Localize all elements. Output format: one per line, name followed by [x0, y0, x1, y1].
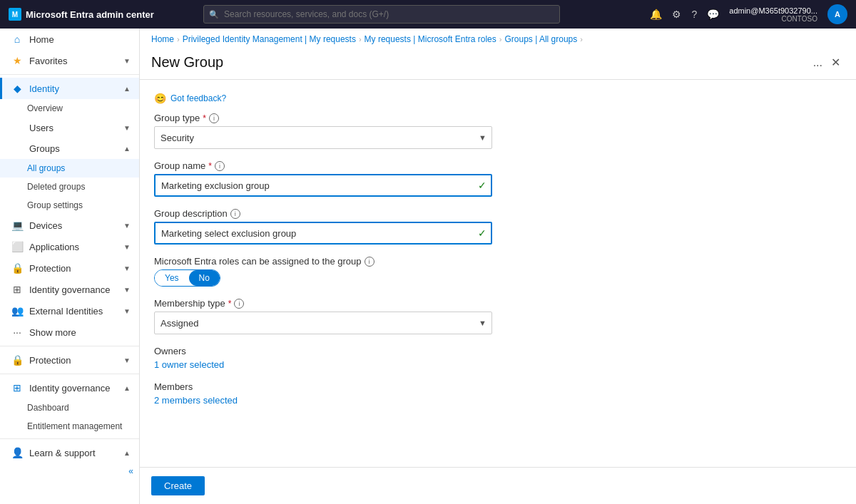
panel-menu-button[interactable]: ...	[809, 55, 827, 71]
identity-governance2-icon: ⊞	[11, 382, 24, 394]
group-description-label: Group description i	[154, 208, 842, 219]
feedback-bar[interactable]: 😊 Got feedback?	[154, 88, 842, 113]
sidebar-item-identity-governance[interactable]: ⊞ Identity governance ▼	[0, 279, 139, 300]
group-name-required: *	[208, 161, 212, 171]
favorites-chevron: ▼	[123, 57, 131, 65]
favorites-icon: ★	[11, 55, 24, 66]
identity-icon: ◆	[11, 83, 24, 94]
devices-icon: 💻	[11, 220, 24, 231]
membership-type-group: Membership type * i Assigned Dynamic Use…	[154, 298, 842, 334]
protection-icon: 🔒	[11, 262, 24, 274]
toggle-yes-button[interactable]: Yes	[155, 270, 189, 286]
sidebar-item-applications[interactable]: ⬜ Applications ▼	[0, 236, 139, 257]
group-name-input[interactable]	[154, 174, 492, 197]
membership-type-info-icon[interactable]: i	[234, 299, 244, 309]
sidebar-subitem-all-groups[interactable]: All groups	[0, 159, 139, 178]
toggle-no-button[interactable]: No	[189, 270, 220, 286]
main-layout: ⌂ Home ★ Favorites ▼ ◆ Identity ▲ Overvi…	[0, 29, 856, 504]
divider-4	[0, 438, 139, 439]
sidebar-item-groups[interactable]: Groups ▲	[0, 138, 139, 159]
sidebar-item-devices[interactable]: 💻 Devices ▼	[0, 215, 139, 236]
members-link[interactable]: 2 members selected	[154, 395, 238, 406]
group-name-label-text: Group name	[154, 160, 205, 171]
sidebar-subitem-entitlement[interactable]: Entitlement management	[0, 417, 139, 436]
panel-close-button[interactable]: ✕	[827, 54, 845, 71]
group-type-info-icon[interactable]: i	[209, 113, 219, 123]
breadcrumb-groups[interactable]: Groups | All groups	[504, 34, 577, 44]
members-group: Members 2 members selected	[154, 381, 842, 406]
sidebar-item-protection[interactable]: 🔒 Protection ▼	[0, 257, 139, 279]
brand: M Microsoft Entra admin center	[9, 8, 154, 21]
membership-type-select[interactable]: Assigned Dynamic User Dynamic Device	[154, 312, 492, 334]
deleted-groups-label: Deleted groups	[27, 182, 85, 192]
sidebar-item-identity[interactable]: ◆ Identity ▲	[0, 78, 139, 99]
search-bar[interactable]: 🔍	[203, 5, 560, 24]
overview-label: Overview	[27, 103, 63, 113]
entra-roles-toggle[interactable]: Yes No	[154, 269, 220, 287]
protection2-icon: 🔒	[11, 354, 24, 366]
sidebar-favorites-label: Favorites	[29, 56, 67, 66]
user-avatar[interactable]: A	[827, 4, 847, 24]
create-button[interactable]: Create	[151, 476, 205, 495]
owners-link[interactable]: 1 owner selected	[154, 359, 224, 370]
group-description-info-icon[interactable]: i	[230, 209, 240, 219]
protection-label: Protection	[29, 263, 71, 274]
feedback-label: Got feedback?	[170, 93, 226, 103]
sidebar-item-home[interactable]: ⌂ Home	[0, 29, 139, 50]
notification-icon[interactable]: 🔔	[650, 9, 662, 20]
protection2-chevron: ▼	[123, 356, 131, 364]
show-more-icon: ···	[11, 326, 24, 338]
sidebar-item-protection2[interactable]: 🔒 Protection ▼	[0, 349, 139, 371]
sidebar-item-favorites[interactable]: ★ Favorites ▼	[0, 50, 139, 71]
breadcrumb-sep-4: ›	[580, 35, 583, 43]
topbar: M Microsoft Entra admin center 🔍 🔔 ⚙ ? 💬…	[0, 0, 856, 29]
dashboard-label: Dashboard	[27, 403, 69, 413]
sidebar-home-label: Home	[29, 34, 54, 45]
breadcrumb-pim[interactable]: Privileged Identity Management | My requ…	[183, 34, 356, 44]
groups-label: Groups	[29, 143, 60, 154]
applications-icon: ⬜	[11, 241, 24, 252]
form-area: 😊 Got feedback? Group type * i Security …	[140, 80, 856, 467]
sidebar-item-identity-governance2[interactable]: ⊞ Identity governance ▲	[0, 377, 139, 398]
group-type-select-wrapper: Security Microsoft 365 ▼	[154, 126, 492, 149]
scroll-left-button[interactable]: «	[128, 466, 133, 476]
external-identities-icon: 👥	[11, 305, 24, 317]
feedback-icon[interactable]: 💬	[707, 9, 719, 20]
sidebar-scroll-indicator[interactable]: «	[0, 463, 139, 479]
sidebar-item-external-identities[interactable]: 👥 External Identities ▼	[0, 300, 139, 322]
identity-governance-label: Identity governance	[29, 284, 110, 295]
sidebar-subitem-overview[interactable]: Overview	[0, 99, 139, 118]
sidebar-item-show-more[interactable]: ··· Show more	[0, 322, 139, 343]
membership-type-select-wrapper: Assigned Dynamic User Dynamic Device ▼	[154, 312, 492, 334]
feedback-smiley-icon: 😊	[154, 93, 166, 104]
settings-icon[interactable]: ⚙	[672, 9, 681, 20]
breadcrumb-my-requests[interactable]: My requests | Microsoft Entra roles	[365, 34, 496, 44]
sidebar-item-users[interactable]: Users ▼	[0, 118, 139, 138]
external-identities-label: External Identities	[29, 306, 103, 317]
applications-label: Applications	[29, 242, 79, 252]
users-label: Users	[29, 123, 54, 133]
sidebar-subitem-group-settings[interactable]: Group settings	[0, 196, 139, 215]
group-type-required: *	[203, 113, 206, 123]
user-name: admin@M365t9032790...	[729, 6, 817, 15]
entra-roles-info-icon[interactable]: i	[365, 257, 374, 267]
membership-type-required: *	[228, 299, 232, 309]
group-description-group: Group description i ✓	[154, 208, 842, 245]
sidebar-subitem-deleted-groups[interactable]: Deleted groups	[0, 178, 139, 196]
user-org: CONTOSO	[782, 15, 817, 23]
group-type-select[interactable]: Security Microsoft 365	[154, 126, 492, 149]
breadcrumb: Home › Privileged Identity Management | …	[140, 29, 856, 50]
sidebar-item-learn-support[interactable]: 👤 Learn & support ▲	[0, 442, 139, 463]
sidebar-subitem-dashboard[interactable]: Dashboard	[0, 398, 139, 417]
group-name-group: Group name * i ✓	[154, 160, 842, 197]
devices-label: Devices	[29, 220, 62, 231]
home-icon: ⌂	[11, 34, 24, 45]
protection2-label: Protection	[29, 355, 71, 366]
breadcrumb-home[interactable]: Home	[151, 34, 174, 44]
search-input[interactable]	[203, 5, 560, 24]
group-type-label: Group type * i	[154, 113, 842, 123]
group-description-input[interactable]	[154, 222, 492, 245]
sidebar-identity-label: Identity	[29, 83, 59, 94]
group-name-info-icon[interactable]: i	[215, 161, 225, 171]
help-icon[interactable]: ?	[691, 9, 697, 20]
